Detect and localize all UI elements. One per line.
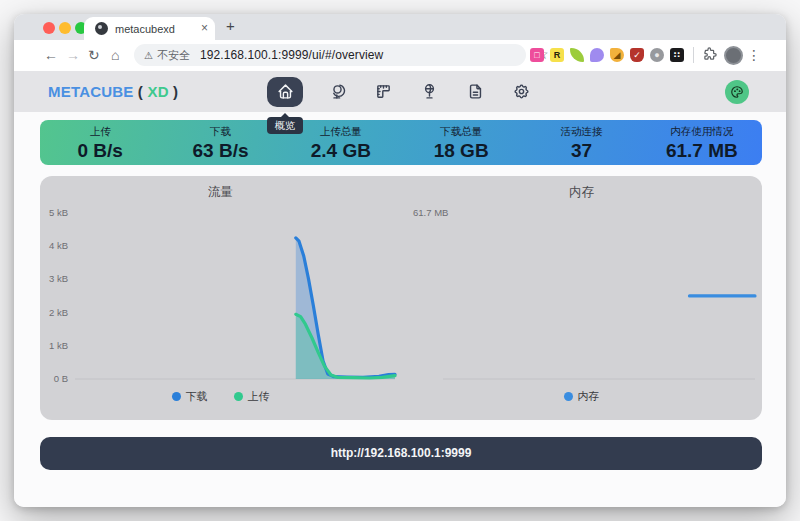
tab-close-icon[interactable]: × <box>201 22 208 35</box>
legend-label: 下载 <box>186 389 208 404</box>
extensions-puzzle-icon[interactable] <box>703 46 718 65</box>
legend-label: 上传 <box>248 389 270 404</box>
y-tick-label: 61.7 MB <box>413 207 448 218</box>
y-tick-label: 3 kB <box>49 273 68 284</box>
theme-button[interactable] <box>725 80 749 104</box>
stat-label: 上传 <box>40 125 160 139</box>
url-text[interactable]: 192.168.100.1:9999/ui/#/overview <box>200 48 383 62</box>
stat-label: 内存使用情况 <box>642 125 762 139</box>
legend-item-上传[interactable]: 上传 <box>234 389 270 404</box>
browser-menu-icon[interactable]: ⋮ <box>747 47 761 63</box>
address-bar[interactable]: ⚠ 不安全 192.168.100.1:9999/ui/#/overview <box>134 44 526 66</box>
close-window-button[interactable] <box>43 22 55 34</box>
legend-label: 内存 <box>578 389 600 404</box>
tab-favicon-icon <box>95 22 108 35</box>
extension-leaf-icon[interactable] <box>570 48 584 62</box>
back-icon[interactable]: ← <box>44 47 58 63</box>
stat-0: 上传0 B/s <box>40 120 160 165</box>
charts-card: 流量 5 kB4 kB3 kB2 kB1 kB0 B 下载上传 内存 61.7 … <box>40 176 762 420</box>
extension-pen-icon[interactable]: ◢ <box>610 48 624 62</box>
ruler-icon <box>375 83 392 100</box>
stat-4: 活动连接37 <box>521 120 641 165</box>
nav-tooltip: 概览 <box>267 117 303 134</box>
stat-value: 37 <box>521 140 641 162</box>
nav-item-config[interactable] <box>509 80 533 104</box>
tab-title: metacubexd <box>115 23 175 35</box>
extension-pink-icon[interactable]: □ <box>530 48 544 62</box>
backend-url-bar[interactable]: http://192.168.100.1:9999 <box>40 437 762 470</box>
y-tick-label: 4 kB <box>49 240 68 251</box>
nav-item-logs[interactable] <box>463 80 487 104</box>
traffic-chart-plot: 5 kB4 kB3 kB2 kB1 kB0 B <box>40 176 401 420</box>
gear-icon <box>513 83 530 100</box>
page-content: METACUBE ( XD ) 概览 上传0 B/s下载63 B/s上传总量2.… <box>14 71 786 507</box>
nav-item-overview[interactable] <box>267 77 303 107</box>
security-warning-icon: ⚠ <box>144 50 153 61</box>
extension-r-icon[interactable]: R <box>550 48 564 62</box>
palette-icon <box>730 85 744 99</box>
nav-item-connections[interactable] <box>417 80 441 104</box>
stat-label: 下载 <box>160 125 280 139</box>
main-nav <box>14 71 786 112</box>
legend-dot-icon <box>234 392 243 401</box>
legend-item-内存[interactable]: 内存 <box>564 389 600 404</box>
stats-bar: 上传0 B/s下载63 B/s上传总量2.4 GB下载总量18 GB活动连接37… <box>40 120 762 165</box>
stat-label: 下载总量 <box>401 125 521 139</box>
stat-5: 内存使用情况61.7 MB <box>642 120 762 165</box>
y-tick-label: 2 kB <box>49 307 68 318</box>
legend-item-下载[interactable]: 下载 <box>172 389 208 404</box>
extension-shield-icon[interactable]: ✓ <box>630 48 644 62</box>
minimize-window-button[interactable] <box>59 22 71 34</box>
memory-chart: 内存 61.7 MB 内存 <box>401 176 762 420</box>
globe-icon <box>329 83 346 100</box>
security-label[interactable]: 不安全 <box>157 48 190 63</box>
y-tick-label: 5 kB <box>49 207 68 218</box>
stat-value: 63 B/s <box>160 140 280 162</box>
browser-window: metacubexd × + ← → ↻ ⌂ ⚠ 不安全 192.168.100… <box>14 14 786 507</box>
traffic-chart-legend: 下载上传 <box>40 389 401 404</box>
stat-value: 61.7 MB <box>642 140 762 162</box>
globe-pin-icon <box>421 83 438 100</box>
profile-avatar[interactable] <box>724 46 743 65</box>
extension-black-icon[interactable]: ∷ <box>670 48 684 62</box>
toolbar-divider <box>693 47 694 63</box>
nav-item-rules[interactable] <box>371 80 395 104</box>
stat-value: 18 GB <box>401 140 521 162</box>
browser-toolbar: ← → ↻ ⌂ ⚠ 不安全 192.168.100.1:9999/ui/#/ov… <box>14 40 786 71</box>
file-icon <box>467 83 484 100</box>
stat-value: 0 B/s <box>40 140 160 162</box>
stat-value: 2.4 GB <box>281 140 401 162</box>
browser-home-icon[interactable]: ⌂ <box>111 47 119 63</box>
home-icon <box>277 83 294 100</box>
stat-label: 活动连接 <box>521 125 641 139</box>
new-tab-button[interactable]: + <box>226 17 235 34</box>
reload-icon[interactable]: ↻ <box>88 47 100 63</box>
legend-dot-icon <box>172 392 181 401</box>
memory-chart-legend: 内存 <box>401 389 762 404</box>
forward-icon: → <box>66 47 80 63</box>
extension-purple-icon[interactable] <box>590 48 604 62</box>
app-header: METACUBE ( XD ) <box>14 71 786 112</box>
y-tick-label: 0 B <box>54 373 68 384</box>
browser-tab[interactable]: metacubexd × <box>84 17 215 40</box>
extension-gray-icon[interactable]: ● <box>650 48 664 62</box>
extensions-area: □R◢✓●∷ <box>530 45 743 65</box>
stat-1: 下载63 B/s <box>160 120 280 165</box>
tab-strip: metacubexd × + <box>14 14 786 40</box>
nav-item-proxies[interactable] <box>325 80 349 104</box>
legend-dot-icon <box>564 392 573 401</box>
memory-chart-plot: 61.7 MB <box>401 176 762 420</box>
traffic-chart: 流量 5 kB4 kB3 kB2 kB1 kB0 B 下载上传 <box>40 176 401 420</box>
y-tick-label: 1 kB <box>49 340 68 351</box>
stat-3: 下载总量18 GB <box>401 120 521 165</box>
